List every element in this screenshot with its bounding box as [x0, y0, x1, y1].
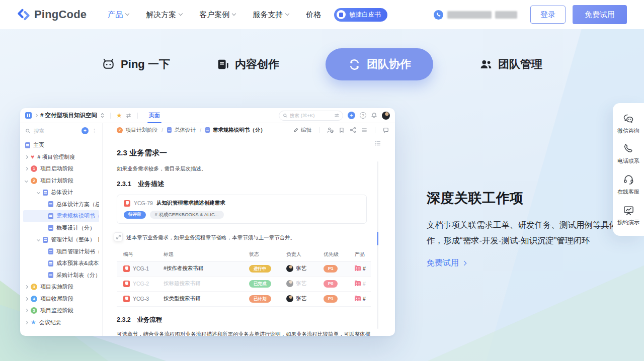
feature-copy: 深度关联工作项 文档事项关联需求工单、研发任务、测试用例等具体工作，形成“需求-… — [427, 189, 638, 268]
sidebar-search-input[interactable] — [34, 128, 78, 134]
bookmark-icon[interactable] — [339, 127, 345, 133]
item-icon — [43, 190, 48, 196]
sidebar-tree-item[interactable]: # 项目管理制度 — [23, 151, 99, 163]
contact-rail: 微信咨询 电话联系 在线客服 — [613, 103, 644, 236]
swap-icon[interactable] — [125, 113, 132, 118]
user-avatar[interactable] — [382, 112, 390, 120]
outline-icon[interactable] — [375, 139, 381, 148]
list-view-icon[interactable] — [361, 127, 367, 133]
expand-icon[interactable] — [114, 232, 123, 241]
sidebar-tree-item[interactable]: 1 项目启动阶段 — [23, 163, 99, 175]
item-label: 项目计划阶段 — [40, 177, 73, 185]
sidebar-tree-item[interactable]: 总体设计方案（总） — [23, 199, 99, 211]
table-header: 编号 — [123, 251, 164, 258]
comment-icon[interactable] — [383, 127, 389, 133]
nav-item[interactable]: 服务支持 — [253, 10, 289, 20]
cell-product: # — [355, 281, 371, 287]
share-icon[interactable] — [350, 127, 356, 133]
search-input[interactable] — [290, 113, 333, 118]
nav-item[interactable]: 产品 — [108, 10, 129, 20]
tab-ping[interactable]: Ping 一下 — [102, 57, 170, 72]
nav-item[interactable]: 解决方案 — [146, 10, 182, 20]
breadcrumb-item[interactable]: 总体设计 — [175, 127, 196, 134]
global-search[interactable] — [279, 111, 343, 121]
contact-wechat[interactable]: 微信咨询 — [613, 108, 644, 139]
free-trial-button[interactable]: 免费试用 — [573, 5, 627, 24]
space-switcher-icon[interactable] — [100, 112, 105, 119]
sidebar-tree-item[interactable]: 项目管理计划书（... — [23, 246, 99, 258]
table-row[interactable]: YCG-1 #按作者搜索书籍 进行中 张艺 P1 # — [117, 261, 371, 277]
presentation-screen-icon — [623, 205, 634, 216]
tab-team-collaboration[interactable]: 团队协作 — [326, 48, 433, 80]
sidebar-tree-item[interactable]: 主页 — [23, 139, 99, 151]
contact-book-demo[interactable]: 预约演示 — [613, 200, 644, 231]
tab-content-creation[interactable]: 内容创作 — [216, 57, 279, 72]
requirement-icon — [124, 200, 130, 207]
help-icon[interactable]: ? — [360, 112, 366, 119]
notification-bell-icon[interactable] — [371, 112, 377, 119]
sidebar-tree-item[interactable]: 5 项目监控阶段 — [23, 305, 99, 317]
outline-position-indicator — [377, 232, 378, 245]
edit-button[interactable]: 编辑 — [293, 127, 311, 134]
sidebar-tree-item[interactable]: 会议纪要 — [23, 317, 99, 329]
requirement-icon — [123, 281, 130, 287]
breadcrumb: 2 项目计划阶段 / 总体设计 / 需求规格说明书（分） — [117, 127, 266, 134]
item-label: 采购计划表（分） — [56, 272, 99, 279]
brand-logo[interactable]: PingCode — [17, 8, 87, 21]
table-row[interactable]: YCG-2 按标题搜索书籍 已完成 张艺 P0 # — [117, 277, 371, 292]
sidebar-tree-item[interactable]: 采购计划表（分） — [23, 269, 99, 282]
sidebar-tree-item[interactable]: 总体设计 — [23, 187, 99, 199]
avatar — [286, 295, 293, 302]
create-button[interactable]: + — [348, 112, 355, 119]
tab-label: 内容创作 — [235, 57, 279, 72]
workspace-icon[interactable] — [25, 112, 32, 119]
tab-team-management[interactable]: 团队管理 — [479, 57, 542, 72]
whitepaper-badge[interactable]: 敏捷白皮书 — [334, 8, 387, 22]
follow-icon[interactable] — [327, 127, 334, 133]
tab-label: Ping 一下 — [121, 57, 170, 72]
divider — [375, 127, 375, 133]
sidebar-tree-item[interactable]: 需求规格说明书（... — [23, 210, 99, 222]
cell-assignee: 张艺 — [286, 295, 324, 302]
doc-paragraph: 可选章节，结合业务流程图对业务流程描述和所需的业务表单进行说明，如果业务流程比较… — [117, 329, 371, 336]
cell-status: 已计划 — [249, 295, 286, 303]
hero-section: Ping 一下 内容创作 团队协作 — [0, 29, 644, 361]
phone-number-redacted — [447, 11, 492, 19]
space-title[interactable]: # 交付型项目知识空间 — [40, 112, 97, 119]
item-icon: 2 — [31, 177, 37, 184]
requirement-icon — [123, 265, 130, 272]
chevron-icon — [25, 155, 28, 159]
cell-status: 进行中 — [249, 265, 286, 273]
sidebar-tree-item[interactable]: 2 项目计划阶段 — [23, 175, 99, 187]
tab-label: 团队协作 — [367, 57, 411, 72]
contact-online-service[interactable]: 在线客服 — [613, 169, 644, 200]
add-page-button[interactable]: + — [82, 127, 89, 134]
chevron-right-icon — [462, 261, 467, 266]
chevron-icon — [37, 238, 40, 241]
free-trial-link[interactable]: 免费试用 — [427, 258, 466, 268]
login-button[interactable]: 登录 — [530, 6, 566, 24]
item-icon — [48, 260, 53, 266]
pages-tab[interactable]: 页面 — [147, 108, 162, 123]
table-row[interactable]: YCG-3 按类型搜索书籍 已计划 张艺 P1 # — [117, 292, 371, 307]
sidebar-tree-item[interactable]: 管理计划（整体）【内... — [23, 234, 99, 246]
breadcrumb-row: 2 项目计划阶段 / 总体设计 / 需求规格说明书（分） — [103, 123, 395, 137]
linked-work-item-card[interactable]: YCG-79 从知识管理需求描述创建需求 待评审 # 易成GEEKBOOKS &… — [117, 195, 367, 224]
nav-item[interactable]: 客户案例 — [199, 10, 235, 20]
cell-title: #按作者搜索书籍 — [164, 265, 249, 272]
item-label: 项目监控阶段 — [40, 307, 73, 314]
sidebar-tree-item[interactable]: 成本预算表&成本管... — [23, 257, 99, 269]
work-items-table: 编号标题状态负责人优先级产品 YCG-1 #按作者搜索书籍 进行中 张艺 — [117, 248, 371, 307]
sidebar-tree-item[interactable]: 概要设计（分） — [23, 222, 99, 234]
chevron-down-icon — [179, 12, 183, 16]
item-icon — [48, 248, 53, 254]
breadcrumb-item[interactable]: 项目计划阶段 — [126, 127, 157, 134]
more-menu-icon[interactable]: ⋮ — [92, 128, 97, 134]
sidebar-search: + ⋮ — [20, 123, 102, 138]
contact-phone[interactable]: 电话联系 — [613, 139, 644, 169]
favorite-star-icon[interactable]: ★ — [116, 112, 122, 119]
sidebar-tree-item[interactable]: 3 项目实施阶段 — [23, 281, 99, 293]
nav-item[interactable]: 价格 — [306, 10, 321, 20]
filter-icon[interactable] — [335, 113, 339, 118]
sidebar-tree-item[interactable]: 4 项目收尾阶段 — [23, 293, 99, 305]
